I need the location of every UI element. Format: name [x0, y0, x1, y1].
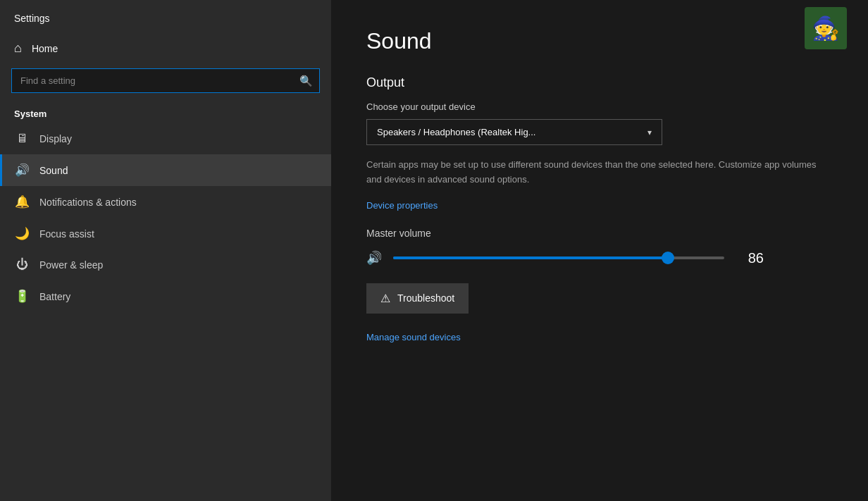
focus-icon: 🌙: [14, 226, 30, 241]
sidebar-item-display[interactable]: 🖥 Display: [0, 123, 331, 154]
master-volume-label: Master volume: [366, 228, 833, 239]
output-device-value: Speakers / Headphones (Realtek Hig...: [377, 127, 535, 137]
home-icon: ⌂: [14, 41, 22, 56]
device-properties-link[interactable]: Device properties: [366, 200, 438, 211]
notifications-icon: 🔔: [14, 194, 30, 209]
search-icon: 🔍: [299, 75, 313, 87]
sidebar-item-battery[interactable]: 🔋 Battery: [0, 280, 331, 312]
sidebar-item-notifications[interactable]: 🔔 Notifications & actions: [0, 186, 331, 218]
battery-icon: 🔋: [14, 289, 30, 304]
power-icon: ⏻: [14, 258, 30, 272]
volume-slider[interactable]: [393, 251, 724, 265]
troubleshoot-button[interactable]: ⚠ Troubleshoot: [366, 283, 469, 314]
home-label: Home: [32, 43, 58, 54]
sidebar-item-sound[interactable]: 🔊 Sound: [0, 154, 331, 186]
display-label: Display: [39, 133, 72, 144]
sidebar-item-home[interactable]: ⌂ Home: [0, 34, 331, 63]
system-section-label: System: [0, 101, 331, 123]
warning-icon: ⚠: [380, 292, 390, 305]
focus-label: Focus assist: [39, 228, 94, 240]
display-icon: 🖥: [14, 132, 30, 146]
manage-sound-devices-link[interactable]: Manage sound devices: [366, 332, 461, 342]
sound-icon: 🔊: [14, 163, 30, 178]
sidebar: Settings ⌂ Home 🔍 System 🖥 Display 🔊 Sou…: [0, 0, 331, 501]
volume-thumb[interactable]: [662, 252, 674, 264]
info-text: Certain apps may be set up to use differ…: [366, 158, 831, 187]
choose-output-label: Choose your output device: [366, 101, 833, 112]
battery-label: Battery: [39, 291, 70, 302]
power-label: Power & sleep: [39, 259, 103, 271]
sound-label: Sound: [39, 165, 68, 176]
troubleshoot-label: Troubleshoot: [397, 292, 454, 304]
output-section-title: Output: [366, 75, 833, 90]
notifications-label: Notifications & actions: [39, 197, 137, 208]
sidebar-item-power[interactable]: ⏻ Power & sleep: [0, 249, 331, 280]
avatar-emoji: 🧙: [812, 15, 840, 42]
output-device-dropdown[interactable]: Speakers / Headphones (Realtek Hig... ▾: [366, 119, 662, 145]
volume-icon: 🔊: [366, 250, 382, 266]
search-input[interactable]: [11, 68, 320, 93]
volume-row: 🔊 86: [366, 250, 833, 266]
page-title: Sound: [366, 28, 833, 54]
search-container: 🔍: [11, 68, 320, 93]
chevron-down-icon: ▾: [647, 128, 652, 137]
volume-value: 86: [736, 250, 764, 266]
avatar: 🧙: [805, 7, 847, 49]
volume-track: [393, 256, 724, 259]
main-content: 🧙 Sound Output Choose your output device…: [331, 0, 868, 501]
app-title: Settings: [0, 0, 331, 34]
volume-fill: [393, 256, 668, 259]
sidebar-item-focus[interactable]: 🌙 Focus assist: [0, 218, 331, 249]
